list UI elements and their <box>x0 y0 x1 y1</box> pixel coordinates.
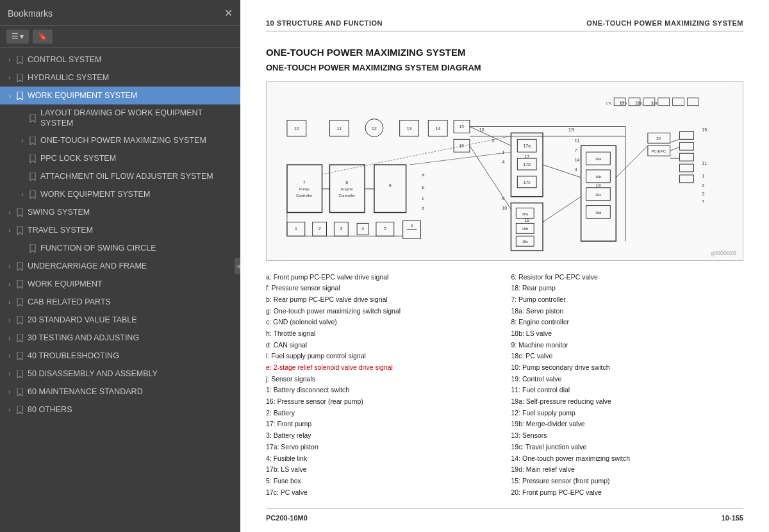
sidebar-item-label: 30 TESTING AND ADJUSTING <box>28 333 235 343</box>
svg-text:1: 1 <box>502 150 505 154</box>
sidebar-item-label: ATTACHMENT OIL FLOW ADJUSTER SYSTEM <box>40 171 235 181</box>
sidebar-item-label: ONE-TOUCH POWER MAXIMIZING SYSTEM <box>40 135 235 145</box>
svg-text:18b: 18b <box>522 227 529 231</box>
bookmark-icon: 🔖 <box>38 32 47 41</box>
sidebar-header: Bookmarks ✕ <box>0 0 240 26</box>
svg-text:9: 9 <box>389 183 392 188</box>
sidebar-toolbar: ☰ ▾ 🔖 <box>0 26 240 48</box>
svg-text:Engine: Engine <box>341 187 353 191</box>
svg-text:7: 7 <box>303 180 306 185</box>
bookmark-icon <box>28 114 37 122</box>
legend-item: 13: Sensors <box>511 430 744 442</box>
toggle-icon: › <box>18 191 27 198</box>
bookmark-icon <box>28 154 37 163</box>
legend-item: 19a: Self-pressure reducing valve <box>511 396 744 408</box>
svg-text:Controller: Controller <box>338 194 355 197</box>
doc-header-right: ONE-TOUCH POWER MAXIMIZING SYSTEM <box>586 19 743 27</box>
sidebar-item-testing-adjusting[interactable]: ›30 TESTING AND ADJUSTING <box>0 329 240 347</box>
sidebar-item-layout-drawing[interactable]: LAYOUT DRAWING OF WORK EQUIPMENT SYSTEM <box>0 104 240 132</box>
svg-text:a: a <box>422 172 424 177</box>
sidebar-item-label: PPC LOCK SYSTEM <box>40 153 235 163</box>
svg-text:14: 14 <box>435 126 440 131</box>
svg-text:10: 10 <box>479 128 484 132</box>
sidebar-close-button[interactable]: ✕ <box>224 7 233 19</box>
legend-item: 7: Pump controller <box>511 294 744 305</box>
svg-rect-0 <box>282 82 727 260</box>
svg-text:b: b <box>422 185 424 190</box>
toggle-icon: › <box>5 335 14 342</box>
svg-text:7: 7 <box>702 199 704 204</box>
bookmark-icon <box>15 262 24 270</box>
sidebar-item-maintenance-standard[interactable]: ›60 MAINTENANCE STANDARD <box>0 383 240 401</box>
svg-text:c: c <box>422 196 424 201</box>
doc-title: ONE-TOUCH POWER MAXIMIZING SYSTEM <box>266 47 743 58</box>
svg-text:11: 11 <box>575 138 580 143</box>
svg-text:4: 4 <box>502 160 505 164</box>
svg-text:7: 7 <box>575 148 577 153</box>
sidebar-item-label: TRAVEL SYSTEM <box>28 225 235 235</box>
legend-item: 18: Rear pump <box>511 283 744 294</box>
legend-item: 18b: LS valve <box>511 328 744 339</box>
legend-item: 15: Pressure sensor (front pump) <box>511 475 744 486</box>
sidebar-item-troubleshooting[interactable]: ›40 TROUBLESHOOTING <box>0 347 240 365</box>
sidebar-item-label: HYDRAULIC SYSTEM <box>28 72 235 83</box>
sidebar-item-travel-system[interactable]: ›TRAVEL SYSTEM <box>0 222 240 240</box>
svg-text:5: 5 <box>384 226 386 231</box>
sidebar-item-ppc-lock[interactable]: PPC LOCK SYSTEM <box>0 150 240 168</box>
legend-item: i: Fuel supply pump control signal <box>266 351 499 362</box>
bookmark-icon <box>15 352 24 360</box>
legend-item: 17: Front pump <box>266 419 499 430</box>
expand-chevron: ▾ <box>20 32 24 41</box>
diagram-container: 1 2 3 4 5 6 <box>266 81 743 261</box>
svg-text:4: 4 <box>575 167 577 172</box>
toggle-icon: › <box>18 137 27 144</box>
svg-text:11: 11 <box>336 126 342 131</box>
sidebar-item-others[interactable]: ›80 OTHERS <box>0 401 240 419</box>
sidebar-item-work-equipment-system[interactable]: ∨WORK EQUIPMENT SYSTEM <box>0 87 240 104</box>
legend-item: 1: Battery disconnect switch <box>266 385 499 396</box>
legend-item: g: One-touch power maximizing switch sig… <box>266 305 499 317</box>
legend-item: 17a: Servo piston <box>266 441 499 453</box>
bookmark-icon <box>15 370 24 378</box>
sidebar-item-undercarriage-frame[interactable]: ›UNDERCARRIAGE AND FRAME <box>0 258 240 276</box>
sidebar-item-standard-value[interactable]: ›20 STANDARD VALUE TABLE <box>0 312 240 329</box>
sidebar-item-one-touch-power[interactable]: ›ONE-TOUCH POWER MAXIMIZING SYSTEM <box>0 132 240 150</box>
svg-text:10: 10 <box>294 126 299 131</box>
legend-left-col: a: Front pump PC-EPC valve drive signalf… <box>266 271 499 498</box>
bookmark-add-button[interactable]: 🔖 <box>33 29 53 44</box>
svg-text:1: 1 <box>295 226 297 231</box>
legend-item: 17b: LS valve <box>266 464 499 476</box>
legend-container: a: Front pump PC-EPC valve drive signalf… <box>266 271 743 498</box>
sidebar-item-hydraulic-system[interactable]: ›HYDRAULIC SYSTEM <box>0 69 240 87</box>
legend-item: c: GND (solenoid valve) <box>266 317 499 328</box>
bookmark-icon <box>15 298 24 306</box>
svg-text:19d: 19d <box>595 211 601 215</box>
sidebar-item-control-system[interactable]: ›CONTROL SYSTEM <box>0 51 240 69</box>
legend-right-col: 6: Resistor for PC-EPC valve18: Rear pum… <box>511 271 744 498</box>
sidebar-item-work-equipment[interactable]: ›WORK EQUIPMENT <box>0 276 240 294</box>
sidebar-item-disassembly-assembly[interactable]: ›50 DISASSEMBLY AND ASSEMBLY <box>0 365 240 383</box>
sidebar-item-work-equipment-system-sub[interactable]: ›WORK EQUIPMENT SYSTEM <box>0 186 240 204</box>
sidebar-item-attachment-oil-flow[interactable]: ATTACHMENT OIL FLOW ADJUSTER SYSTEM <box>0 168 240 186</box>
sidebar-item-cab-related-parts[interactable]: ›CAB RELATED PARTS <box>0 294 240 312</box>
svg-text:19a: 19a <box>595 157 602 161</box>
sidebar-content[interactable]: ›CONTROL SYSTEM›HYDRAULIC SYSTEM∨WORK EQ… <box>0 48 240 532</box>
legend-item: 18a: Servo piston <box>511 305 744 317</box>
toggle-icon: › <box>5 227 14 234</box>
sidebar-item-function-swing-circle[interactable]: FUNCTION OF SWING CIRCLE <box>0 240 240 258</box>
sidebar-item-label: 60 MAINTENANCE STANDARD <box>28 387 235 397</box>
sidebar-item-swing-system[interactable]: ›SWING SYSTEM <box>0 204 240 222</box>
legend-item: h: Throttle signal <box>266 328 499 339</box>
legend-item: 10: Pump secondary drive switch <box>511 362 744 374</box>
legend-item: 19: Control valve <box>511 373 744 385</box>
svg-text:11: 11 <box>702 161 707 165</box>
svg-text:17b: 17b <box>620 101 627 105</box>
resize-handle[interactable] <box>236 0 240 532</box>
svg-text:10: 10 <box>502 206 508 210</box>
bookmark-expand-button[interactable]: ☰ ▾ <box>6 29 29 44</box>
svg-text:19: 19 <box>702 128 707 132</box>
toggle-icon: › <box>5 299 14 306</box>
svg-text:19b: 19b <box>595 175 602 179</box>
svg-text:18b: 18b <box>652 101 659 105</box>
diagram-watermark: g0000026 <box>711 250 736 256</box>
